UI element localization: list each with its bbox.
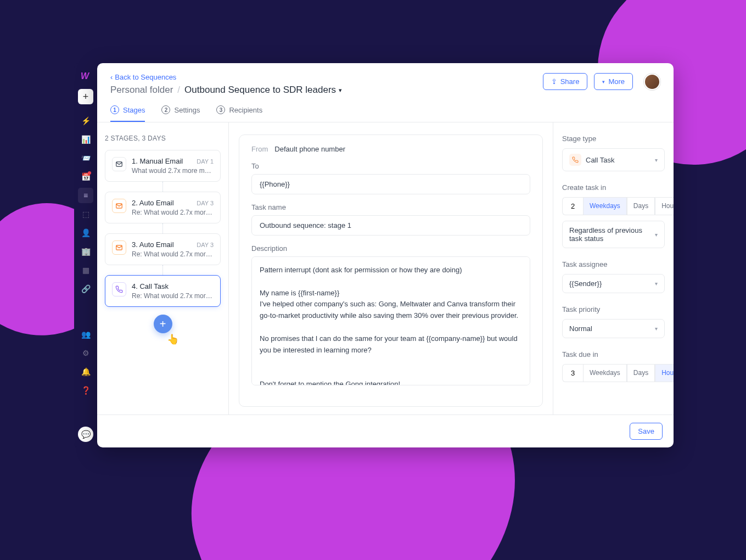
building-icon[interactable]: 🏢 [78,244,93,259]
share-button[interactable]: ⇪ Share [543,73,588,90]
link-icon[interactable]: 🔗 [78,281,93,296]
email-icon [112,157,126,171]
unit-days-button[interactable]: Days [627,197,655,215]
properties-panel: Stage type Call Task ▾ Create task in We… [553,122,674,415]
footer: Save [97,415,674,447]
breadcrumb-current[interactable]: Outbound Sequence to SDR leaders ▾ [184,85,342,96]
bell-icon[interactable]: 🔔 [78,364,93,379]
chevron-down-icon: ▾ [339,87,342,94]
chart-icon[interactable]: 📊 [78,132,93,147]
task-name-label: Task name [251,203,530,211]
stage-card-3[interactable]: 3. Auto EmailDAY 3 Re: What would 2.7x m… [105,233,221,265]
chevron-down-icon: ▾ [655,281,658,287]
back-label: Back to Sequences [115,73,176,81]
stage-card-2[interactable]: 2. Auto EmailDAY 3 Re: What would 2.7x m… [105,192,221,223]
create-in-label: Create task in [562,183,665,192]
tab-recipients[interactable]: 3Recipients [216,105,262,122]
assignee-label: Task assignee [562,260,665,268]
task-name-input[interactable] [251,215,530,236]
avatar[interactable] [644,74,660,90]
more-button[interactable]: ▾ More [594,73,633,90]
team-icon[interactable]: 👥 [78,327,93,342]
person-icon[interactable]: 👤 [78,225,93,240]
breadcrumb-separator: / [177,85,180,96]
bolt-icon[interactable]: ⚡ [78,113,93,128]
chevron-down-icon: ▾ [655,157,658,163]
share-icon: ⇪ [551,77,557,86]
logo-icon: W [81,71,91,81]
phone-icon [569,154,581,166]
from-value: Default phone number [274,145,345,153]
app-window: ‹ Back to Sequences Personal folder / Ou… [97,63,674,447]
unit-hours-button[interactable]: Hours [655,197,674,215]
due-value-input[interactable] [562,364,583,382]
tab-settings[interactable]: 2Settings [161,105,200,122]
stage-card-1[interactable]: 1. Manual EmailDAY 1 What would 2.7x mor… [105,150,221,182]
to-input[interactable] [251,174,530,194]
chevron-down-icon: ▾ [655,232,658,238]
stages-summary: 2 STAGES, 3 DAYS [105,135,221,142]
app-sidebar: W + ⚡ 📊 📨 📅 ≡ ⬚ 👤 🏢 ▦ 🔗 👥 ⚙ 🔔 ❓ 💬 [74,63,97,447]
cursor-hand-icon: 👆 [167,333,179,345]
chevron-down-icon: ▾ [602,79,605,85]
unit-weekdays-button[interactable]: Weekdays [583,364,627,382]
add-stage-button[interactable]: + 👆 [154,315,172,333]
chevron-down-icon: ▾ [655,326,658,332]
header: ‹ Back to Sequences Personal folder / Ou… [97,63,674,122]
stage-connector [105,223,221,233]
unit-hours-button[interactable]: Hours [655,364,674,382]
layers-icon[interactable]: ≡ [78,188,93,203]
breadcrumb: Personal folder / Outbound Sequence to S… [110,85,342,96]
priority-label: Task priority [562,305,665,313]
description-textarea[interactable]: Pattern interrupt (dont ask for permissi… [251,256,530,385]
stage-card-4[interactable]: 4. Call Task Re: What would 2.7x more me… [105,275,221,307]
cube-icon[interactable]: ⬚ [78,206,93,222]
calendar-icon[interactable]: 📅 [78,169,93,184]
due-label: Task due in [562,350,665,359]
breadcrumb-parent[interactable]: Personal folder [110,85,173,96]
stage-connector [105,265,221,275]
stage-type-label: Stage type [562,135,665,143]
stage-connector [105,182,221,192]
back-link[interactable]: ‹ Back to Sequences [110,73,342,81]
unit-days-button[interactable]: Days [627,364,655,382]
save-button[interactable]: Save [630,423,663,440]
unit-weekdays-button[interactable]: Weekdays [583,197,627,215]
tab-stages[interactable]: 1Stages [110,105,145,122]
chevron-left-icon: ‹ [110,73,113,81]
gear-icon[interactable]: ⚙ [78,345,93,361]
email-icon [112,240,126,255]
grid-icon[interactable]: ▦ [78,262,93,278]
email-icon [112,199,126,213]
help-icon[interactable]: ❓ [78,383,93,398]
stage-type-select[interactable]: Call Task ▾ [562,148,665,171]
phone-icon [112,282,126,296]
form-panel: From Default phone number To Task name D… [229,122,553,415]
chat-icon[interactable]: 💬 [78,427,93,442]
create-in-value-input[interactable] [562,197,583,215]
add-button[interactable]: + [78,89,93,104]
assignee-select[interactable]: {{Sender}} ▾ [562,274,665,293]
from-label: From [251,145,268,153]
description-label: Description [251,244,530,253]
tabs: 1Stages 2Settings 3Recipients [110,105,660,122]
condition-select[interactable]: Regardless of previous task status ▾ [562,221,665,248]
priority-select[interactable]: Normal ▾ [562,319,665,338]
stages-panel: 2 STAGES, 3 DAYS 1. Manual EmailDAY 1 Wh… [97,122,229,415]
inbox-icon[interactable]: 📨 [78,150,93,166]
to-label: To [251,162,530,170]
